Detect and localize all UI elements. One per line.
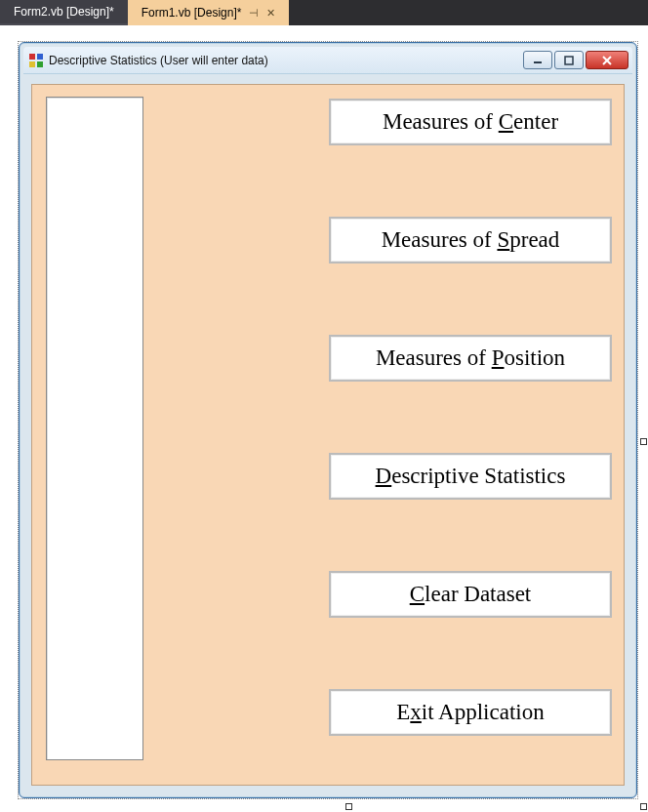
app-icon <box>29 54 43 67</box>
measures-of-spread-button[interactable]: Measures of Spread <box>329 217 612 264</box>
form-selection-outline: Descriptive Statistics (User will enter … <box>18 41 638 799</box>
maximize-button[interactable] <box>554 51 584 69</box>
button-label: Exit Application <box>396 700 544 725</box>
resize-handle-bottom[interactable] <box>345 803 352 810</box>
designer-surface[interactable]: Descriptive Statistics (User will enter … <box>0 25 648 812</box>
document-tab-bar: Form2.vb [Design]* Form1.vb [Design]* ⊣ … <box>0 0 648 25</box>
exit-application-button[interactable]: Exit Application <box>329 689 612 736</box>
svg-rect-1 <box>565 57 573 64</box>
resize-handle-right[interactable] <box>640 438 647 445</box>
maximize-icon <box>563 56 575 65</box>
window-title: Descriptive Statistics (User will enter … <box>49 54 523 67</box>
close-button[interactable] <box>586 51 628 69</box>
button-label: Measures of Center <box>383 109 558 135</box>
tab-label: Form1.vb [Design]* <box>142 6 242 20</box>
data-listbox[interactable] <box>46 97 143 760</box>
resize-handle-corner[interactable] <box>640 803 647 810</box>
winform-window[interactable]: Descriptive Statistics (User will enter … <box>19 42 637 798</box>
button-label: Descriptive Statistics <box>376 464 566 489</box>
pin-icon[interactable]: ⊣ <box>249 7 259 20</box>
tab-form1[interactable]: Form1.vb [Design]* ⊣ ✕ <box>128 0 290 25</box>
minimize-button[interactable] <box>523 51 552 69</box>
window-titlebar[interactable]: Descriptive Statistics (User will enter … <box>23 47 632 74</box>
button-column: Measures of Center Measures of Spread Me… <box>329 99 612 736</box>
measures-of-position-button[interactable]: Measures of Position <box>329 335 612 382</box>
form-client-area[interactable]: Measures of Center Measures of Spread Me… <box>31 84 625 786</box>
tab-label: Form2.vb [Design]* <box>14 5 114 19</box>
tab-form2[interactable]: Form2.vb [Design]* <box>0 0 128 25</box>
close-icon <box>600 55 614 66</box>
button-label: Clear Dataset <box>410 582 532 607</box>
button-label: Measures of Spread <box>382 227 560 253</box>
window-button-group <box>523 51 628 69</box>
measures-of-center-button[interactable]: Measures of Center <box>329 99 612 145</box>
descriptive-statistics-button[interactable]: Descriptive Statistics <box>329 453 612 500</box>
clear-dataset-button[interactable]: Clear Dataset <box>329 571 612 618</box>
minimize-icon <box>532 56 544 65</box>
button-label: Measures of Position <box>376 345 565 371</box>
close-icon[interactable]: ✕ <box>266 7 275 20</box>
